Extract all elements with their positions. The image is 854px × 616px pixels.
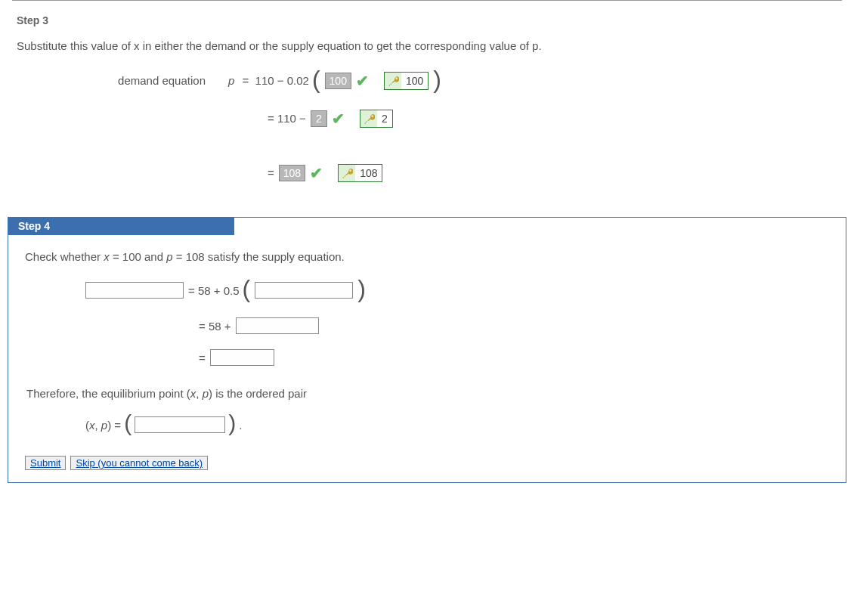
- key-answer-2: 2: [360, 110, 393, 128]
- input-ordered-pair[interactable]: [135, 416, 225, 433]
- key-answer-3: 108: [338, 164, 382, 182]
- step4-content: Check whether x = 100 and p = 108 satisf…: [8, 235, 846, 436]
- step3-heading: Step 3: [17, 14, 854, 26]
- key-icon: [385, 73, 401, 89]
- check-icon: ✔: [332, 107, 345, 131]
- right-paren-icon: ): [433, 67, 441, 91]
- check-icon: ✔: [310, 161, 323, 185]
- equilibrium-pair-row: (x, p) = ( ) .: [85, 413, 829, 436]
- supply-equation-line1: = 58 + 0.5 ( ): [85, 278, 829, 302]
- equation-prefix: p: [228, 72, 234, 90]
- check-icon: ✔: [356, 69, 369, 93]
- left-paren-icon: (: [243, 277, 251, 301]
- step4-block: Step 4 Check whether x = 100 and p = 108…: [8, 217, 846, 483]
- key-icon: [360, 110, 377, 127]
- answer-box-2: 2: [311, 110, 327, 127]
- demand-equation-line2: = 110 − 2 ✔ 2: [268, 107, 837, 131]
- supply-equation-line2: = 58 +: [199, 317, 829, 334]
- input-x-value[interactable]: [255, 282, 353, 299]
- input-p-value[interactable]: [85, 282, 184, 299]
- demand-equation-line1: demand equation p = 110 − 0.02 ( 100 ✔ 1…: [77, 69, 837, 93]
- answer-box-1: 100: [325, 73, 351, 89]
- step3-instruction: Substitute this value of x in either the…: [17, 37, 837, 55]
- therefore-text: Therefore, the equilibrium point (x, p) …: [26, 387, 828, 400]
- step3-content: Substitute this value of x in either the…: [17, 37, 837, 185]
- demand-label: demand equation: [77, 72, 206, 90]
- step4-intro: Check whether x = 100 and p = 108 satisf…: [25, 250, 829, 263]
- key-answer-1: 100: [384, 72, 429, 90]
- demand-equation-line3: = 108 ✔ 108: [268, 161, 837, 185]
- submit-button[interactable]: Submit: [25, 456, 66, 470]
- left-paren-icon: (: [312, 67, 320, 91]
- step4-tab: Step 4: [8, 217, 234, 235]
- key-icon: [339, 165, 355, 181]
- input-result[interactable]: [210, 349, 274, 366]
- answer-box-3: 108: [279, 165, 305, 181]
- right-paren-icon: ): [357, 277, 366, 301]
- right-paren-icon: ): [228, 412, 236, 435]
- input-product[interactable]: [236, 317, 319, 334]
- supply-equation-line3: =: [199, 349, 829, 366]
- divider: [12, 0, 842, 1]
- left-paren-icon: (: [124, 412, 132, 435]
- skip-button[interactable]: Skip (you cannot come back): [70, 456, 208, 470]
